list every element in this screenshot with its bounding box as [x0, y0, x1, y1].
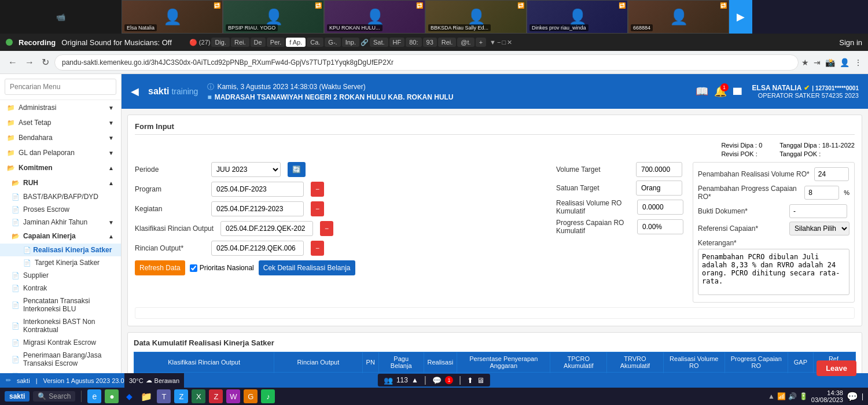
- tab-inp[interactable]: Inp.: [342, 38, 359, 47]
- prioritas-checkbox[interactable]: [190, 264, 197, 272]
- kegiatan-clear-btn[interactable]: −: [311, 201, 324, 216]
- satuan-target-input[interactable]: [636, 181, 682, 196]
- sidebar-item-interkoneksi[interactable]: 📄 Interkoneksi BAST Non Kontraktual: [0, 315, 121, 336]
- realisasi-vol-input[interactable]: [637, 200, 683, 215]
- tab-sat[interactable]: Sat.: [370, 38, 388, 47]
- sidebar-item-realisasi-kinerja[interactable]: 📄 Realisasi Kinerja Satker: [0, 244, 121, 256]
- rincian-clear-btn[interactable]: −: [311, 241, 324, 256]
- th-persentase: Persentase Penyerapan Anggaran: [457, 352, 550, 373]
- back-btn[interactable]: ←: [6, 55, 20, 70]
- taskbar-chrome-icon[interactable]: ●: [105, 389, 119, 403]
- sidebar-item-target-kinerja[interactable]: 📄 Target Kinerja Satker: [0, 256, 121, 269]
- sidebar-item-aset[interactable]: 📁 Aset Tetap ▼: [0, 115, 121, 130]
- participant-tile-5[interactable]: 👤 Dinkes prov riau_winda 🔁: [527, 0, 628, 34]
- participant-tile-4[interactable]: 👤 BBKSDA Riau Sally Ed... 🔁: [425, 0, 527, 34]
- refresh-data-btn[interactable]: Refresh Data: [135, 260, 185, 275]
- sakti-operator: OPERATOR SATKER 574235 2023: [752, 92, 859, 99]
- taskbar-excel-icon[interactable]: X: [192, 389, 205, 403]
- forward-btn[interactable]: →: [23, 55, 36, 70]
- taskbar-teams-icon[interactable]: T: [157, 389, 171, 403]
- tab-80[interactable]: 80:: [406, 38, 421, 47]
- tab-ca[interactable]: Ca.: [307, 38, 323, 47]
- sidebar-item-jaminan[interactable]: 📄 Jaminan Akhir Tahun ▼: [0, 216, 121, 229]
- tab-93[interactable]: 93: [423, 38, 437, 47]
- taskbar-network-icon[interactable]: 📶: [777, 392, 786, 400]
- volume-target-input[interactable]: [636, 162, 682, 177]
- sidebar-item-bast[interactable]: 📄 BAST/BAKP/BAFP/DYD: [0, 190, 121, 203]
- taskbar-show-desktop-icon[interactable]: |: [862, 392, 863, 400]
- cek-detail-btn[interactable]: Cek Detail Realisasi Belanja: [259, 260, 355, 275]
- start-button[interactable]: sakti: [5, 391, 30, 402]
- klasifikasi-clear-btn[interactable]: −: [320, 221, 333, 236]
- tab-at[interactable]: @t.: [457, 38, 474, 47]
- sidebar-item-komitmen[interactable]: 📂 Komitmen ▲: [0, 160, 121, 175]
- tab-hf[interactable]: HF: [389, 38, 405, 47]
- participant-tile-3[interactable]: 👤 KPU ROKAN HULU... 🔁: [324, 0, 425, 34]
- taskbar-up-icon[interactable]: ▲: [768, 392, 775, 400]
- rincian-input[interactable]: [211, 241, 304, 256]
- participant-tile-6[interactable]: 👤 668884 🔁: [628, 0, 729, 34]
- referensi-select[interactable]: Silahkan Pilih: [789, 222, 849, 235]
- periode-refresh-btn[interactable]: 🔄: [288, 162, 306, 177]
- search-box[interactable]: 🔍 Search: [33, 391, 75, 402]
- prioritas-checkbox-label[interactable]: Prioritas Nasional: [190, 260, 254, 275]
- taskbar-wifi-icon[interactable]: W: [226, 389, 240, 403]
- klasifikasi-input[interactable]: [220, 221, 313, 236]
- sidebar-item-administrasi[interactable]: 📁 Administrasi ▼: [0, 100, 121, 115]
- sidebar-item-p3dn[interactable]: 📄 Informasi P3DN: [0, 370, 121, 373]
- taskbar-explorer-icon[interactable]: 📁: [139, 389, 153, 403]
- sidebar-item-migrasi[interactable]: 📄 Migrasi Kontrak Escrow: [0, 336, 121, 349]
- participant-tile-1[interactable]: 👤 Elsa Natalia 🔁: [122, 0, 223, 34]
- sidebar-item-bendahara[interactable]: 📁 Bendahara ▼: [0, 130, 121, 145]
- sakti-user: ELSA NATALIA ✔ | 127301*****0001 OPERATO…: [752, 84, 859, 99]
- tab-g[interactable]: G-.: [325, 38, 340, 47]
- sidebar-item-kontrak[interactable]: 📄 Kontrak: [0, 282, 121, 294]
- sidebar-search-input[interactable]: [5, 79, 116, 95]
- taskbar-volume-icon[interactable]: 🔊: [788, 392, 797, 400]
- taskbar-dropbox-icon[interactable]: ◆: [122, 389, 136, 403]
- sidebar-item-ruh[interactable]: 📂 RUH ▲: [0, 175, 121, 190]
- next-participant-btn[interactable]: ▶: [729, 0, 752, 34]
- tab-ap[interactable]: f Ap.: [286, 38, 306, 47]
- refresh-btn-browser[interactable]: ↻: [39, 54, 52, 70]
- sidebar-item-supplier[interactable]: 📄 Supplier: [0, 269, 121, 282]
- penambahan-progress-input[interactable]: [804, 186, 839, 200]
- tab-dig[interactable]: Dig.: [211, 38, 230, 47]
- periode-select[interactable]: JUU 2023: [211, 162, 281, 177]
- keterangan-textarea[interactable]: Penambahan PCRO dibulan Juli adalah 8,33…: [698, 249, 849, 295]
- taskbar-zotero-icon[interactable]: Z: [209, 389, 223, 403]
- tab-rei2[interactable]: Rei.: [438, 38, 457, 47]
- book-icon-btn[interactable]: 📖: [696, 85, 708, 98]
- satuan-target-label: Satuan Target: [556, 184, 631, 192]
- kegiatan-input[interactable]: [211, 201, 304, 216]
- sidebar-item-capaian[interactable]: 📂 Capaian Kinerja ▲: [0, 229, 121, 244]
- url-bar[interactable]: [54, 54, 799, 71]
- taskbar-zoom-icon[interactable]: Z: [174, 389, 188, 403]
- tab-per[interactable]: Per.: [267, 38, 285, 47]
- program-clear-btn[interactable]: −: [311, 182, 324, 197]
- tab-rei[interactable]: Rei.: [231, 38, 249, 47]
- sidebar-item-pencatatan[interactable]: 📄 Pencatatan Transaksi Interkoneksi BLU: [0, 294, 121, 315]
- taskbar-notification-icon[interactable]: 💬: [847, 391, 858, 402]
- sakti-logo-text: sakti: [148, 86, 169, 97]
- sidebar-item-penerimaan[interactable]: 📄 Penerimaan Barang/Jasa Transaksi Escro…: [0, 349, 121, 370]
- sidebar-item-gl[interactable]: 📁 GL dan Pelaporan ▼: [0, 145, 121, 160]
- leave-btn[interactable]: Leave: [816, 360, 856, 376]
- tab-dei[interactable]: De: [251, 38, 266, 47]
- taskbar-ganalytics-icon[interactable]: G: [244, 389, 258, 403]
- taskbar-spotify-icon[interactable]: ♪: [261, 389, 275, 403]
- sidebar-item-proses-escrow[interactable]: 📄 Proses Escrow: [0, 203, 121, 216]
- sidebar-toggle-btn[interactable]: ◀: [131, 85, 139, 98]
- penambahan-realisasi-input[interactable]: [814, 167, 849, 181]
- temperature: 30°C: [129, 377, 144, 384]
- taskbar-battery-icon[interactable]: 🔋: [799, 392, 808, 400]
- program-input[interactable]: [211, 182, 304, 197]
- grid-icon-btn[interactable]: ⯀: [733, 86, 743, 98]
- notification-icon-btn[interactable]: 🔔 1: [714, 85, 727, 98]
- edit-icon[interactable]: ✏: [6, 377, 11, 384]
- bukti-input[interactable]: [789, 204, 847, 218]
- progress-capaian-input[interactable]: [637, 219, 683, 234]
- taskbar-edge-icon[interactable]: e: [87, 389, 101, 403]
- participant-tile-2[interactable]: 👤 BPSIP RIAU. YOGO 🔁: [223, 0, 324, 34]
- tab-plus[interactable]: +: [476, 38, 486, 47]
